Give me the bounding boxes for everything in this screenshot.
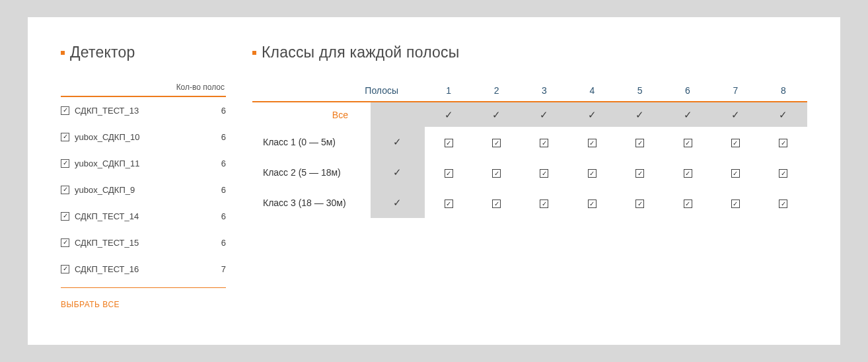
detector-title: Детектор	[70, 44, 135, 61]
all-all-cell	[371, 102, 425, 127]
detector-name: СДКП_ТЕСТ_13	[75, 106, 221, 116]
class-lane-cell	[425, 188, 472, 218]
config-card: Детектор Кол-во полос СДКП_ТЕСТ_136yubox…	[28, 17, 840, 345]
detector-name: СДКП_ТЕСТ_15	[75, 238, 221, 248]
class-lane-checkbox[interactable]	[779, 139, 787, 147]
detector-row: yubox_СДКП_116	[61, 150, 226, 176]
check-icon: ✓	[635, 109, 644, 121]
class-lane-checkbox[interactable]	[588, 169, 597, 178]
class-lane-cell	[521, 188, 568, 218]
detector-name: yubox_СДКП_9	[75, 185, 221, 195]
class-lane-checkbox[interactable]	[731, 139, 740, 147]
all-lane-cell[interactable]: ✓	[521, 102, 568, 127]
class-lane-checkbox[interactable]	[635, 199, 644, 208]
detector-row: СДКП_ТЕСТ_146	[61, 203, 226, 229]
detector-row: СДКП_ТЕСТ_167	[61, 256, 226, 282]
class-lane-checkbox[interactable]	[492, 169, 501, 178]
detector-column-header: Кол-во полос	[61, 81, 226, 97]
class-lane-checkbox[interactable]	[779, 199, 787, 208]
select-all-row: Все✓✓✓✓✓✓✓✓	[252, 102, 807, 127]
lane-header: 3	[521, 81, 568, 101]
class-lane-cell	[425, 157, 472, 188]
detector-row: СДКП_ТЕСТ_136	[61, 97, 226, 124]
class-lane-cell	[760, 157, 807, 188]
detector-checkbox[interactable]	[61, 133, 69, 141]
class-lane-checkbox[interactable]	[684, 169, 692, 178]
classes-panel: Классы для каждой полосы Полосы12345678 …	[252, 44, 807, 309]
class-row: Класс 2 (5 — 18м)✓	[252, 157, 807, 188]
lanes-header-label: Полосы	[252, 81, 425, 101]
class-lane-checkbox[interactable]	[731, 199, 740, 208]
check-icon: ✓	[492, 109, 501, 121]
detector-checkbox[interactable]	[61, 265, 69, 273]
class-lane-checkbox[interactable]	[540, 169, 548, 178]
all-lane-cell[interactable]: ✓	[664, 102, 711, 127]
check-icon: ✓	[540, 109, 548, 121]
all-lane-cell[interactable]: ✓	[760, 102, 807, 127]
detector-row: yubox_СДКП_96	[61, 176, 226, 203]
class-all-cell[interactable]: ✓	[371, 157, 425, 188]
detector-checkbox[interactable]	[61, 106, 69, 115]
lane-header: 7	[711, 81, 759, 101]
class-lane-checkbox[interactable]	[779, 169, 787, 178]
all-lane-cell[interactable]: ✓	[711, 102, 759, 127]
detector-name: yubox_СДКП_10	[75, 132, 221, 142]
class-lane-cell	[616, 188, 663, 218]
detector-name: СДКП_ТЕСТ_14	[75, 211, 221, 221]
detector-lane-count: 6	[221, 238, 226, 248]
class-lane-checkbox[interactable]	[635, 169, 644, 178]
bullet-icon	[61, 51, 65, 55]
class-lane-checkbox[interactable]	[588, 139, 597, 147]
lanes-count-header: Кол-во полос	[176, 83, 225, 92]
class-lane-matrix: Полосы12345678 Все✓✓✓✓✓✓✓✓Класс 1 (0 — 5…	[252, 81, 807, 218]
class-lane-checkbox[interactable]	[684, 199, 692, 208]
class-label: Класс 1 (0 — 5м)	[252, 127, 371, 157]
class-lane-checkbox[interactable]	[445, 199, 453, 208]
class-lane-cell	[425, 127, 472, 157]
class-row: Класс 3 (18 — 30м)✓	[252, 188, 807, 218]
lane-header: 5	[616, 81, 663, 101]
class-lane-cell	[568, 188, 616, 218]
class-lane-cell	[616, 157, 663, 188]
detector-lane-count: 6	[221, 185, 226, 195]
class-lane-cell	[760, 188, 807, 218]
detector-checkbox[interactable]	[61, 238, 69, 247]
detector-lane-count: 7	[221, 264, 226, 274]
class-all-cell[interactable]: ✓	[371, 127, 425, 157]
class-lane-cell	[472, 127, 520, 157]
bullet-icon	[252, 51, 256, 55]
class-lane-cell	[568, 127, 616, 157]
class-lane-checkbox[interactable]	[540, 199, 548, 208]
detector-checkbox[interactable]	[61, 159, 69, 168]
detector-lane-count: 6	[221, 159, 226, 168]
class-lane-checkbox[interactable]	[684, 139, 692, 147]
detector-checkbox[interactable]	[61, 212, 69, 221]
class-row: Класс 1 (0 — 5м)✓	[252, 127, 807, 157]
class-lane-checkbox[interactable]	[445, 139, 453, 147]
class-lane-checkbox[interactable]	[588, 199, 597, 208]
class-label: Класс 3 (18 — 30м)	[252, 188, 371, 218]
all-lane-cell[interactable]: ✓	[472, 102, 520, 127]
detector-lane-count: 6	[221, 132, 226, 142]
class-lane-cell	[472, 157, 520, 188]
all-row-label[interactable]: Все	[252, 102, 371, 127]
all-lane-cell[interactable]: ✓	[616, 102, 663, 127]
check-icon: ✓	[445, 109, 453, 121]
class-lane-checkbox[interactable]	[492, 139, 501, 147]
detector-checkbox[interactable]	[61, 186, 69, 194]
lane-header: 8	[760, 81, 807, 101]
all-lane-cell[interactable]: ✓	[568, 102, 616, 127]
all-lane-cell[interactable]: ✓	[425, 102, 472, 127]
detector-row: yubox_СДКП_106	[61, 124, 226, 150]
detector-panel: Детектор Кол-во полос СДКП_ТЕСТ_136yubox…	[61, 44, 226, 309]
class-lane-checkbox[interactable]	[635, 139, 644, 147]
class-lane-checkbox[interactable]	[540, 139, 548, 147]
class-all-cell[interactable]: ✓	[371, 188, 425, 218]
class-lane-cell	[616, 127, 663, 157]
check-icon: ✓	[393, 166, 402, 178]
lane-header: 6	[664, 81, 711, 101]
class-lane-checkbox[interactable]	[492, 199, 501, 208]
class-lane-checkbox[interactable]	[731, 169, 740, 178]
class-lane-checkbox[interactable]	[445, 169, 453, 178]
select-all-button[interactable]: ВЫБРАТЬ ВСЕ	[61, 300, 120, 309]
